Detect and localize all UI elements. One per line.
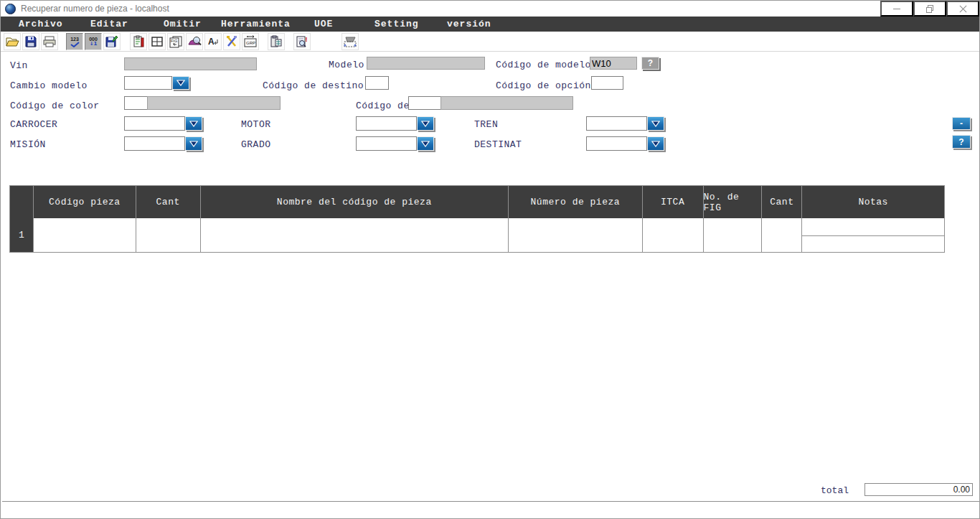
tren-input[interactable]: [586, 116, 647, 131]
chevron-down-icon: [421, 141, 430, 147]
svg-text:!: !: [306, 36, 308, 43]
mision-label: MISIÓN: [10, 139, 46, 150]
grado-input[interactable]: [356, 136, 417, 151]
group-icon: GRP: [243, 35, 258, 48]
doc-search-alert-button[interactable]: !: [293, 33, 311, 50]
tren-dropdown-button[interactable]: [647, 116, 664, 131]
menu-setting[interactable]: Setting: [374, 19, 419, 29]
verify-numbers-button[interactable]: 123: [66, 33, 83, 50]
row-number-cell[interactable]: 1: [10, 218, 34, 252]
print-icon: [42, 35, 57, 48]
collapse-button[interactable]: -: [952, 117, 971, 130]
cell-numero-pieza[interactable]: [509, 218, 643, 252]
restore-button[interactable]: [913, 1, 946, 17]
fig-pages-button[interactable]: FIG: [167, 33, 184, 50]
codigo-opcion-label: Código de opción: [496, 80, 591, 91]
minimize-icon: [893, 9, 900, 9]
table-row: 1: [10, 218, 944, 252]
svg-text:A: A: [208, 37, 215, 47]
cell-codigo-pieza[interactable]: [34, 218, 136, 252]
save-icon: [24, 35, 37, 48]
chevron-down-icon: [176, 80, 185, 86]
tools-button[interactable]: [223, 33, 240, 50]
menu-archivo[interactable]: Archivo: [19, 19, 63, 29]
header-itca: ITCA: [643, 186, 704, 218]
cell-notas: [802, 218, 944, 252]
grid-view-button[interactable]: [149, 33, 166, 50]
tools-icon: [225, 35, 239, 48]
close-button[interactable]: [946, 1, 979, 17]
cambio-modelo-dropdown-button[interactable]: [172, 76, 189, 90]
menu-version[interactable]: versión: [447, 19, 491, 29]
motor-input[interactable]: [356, 116, 417, 131]
window-controls: [880, 1, 979, 17]
tren-combobox: [586, 116, 665, 131]
header-notas: Notas: [802, 186, 944, 218]
chevron-down-icon: [651, 141, 660, 147]
text-insert-icon: A: [207, 35, 220, 48]
menu-omitir[interactable]: Omitir: [164, 19, 202, 29]
clipboard-alert-button[interactable]: [130, 33, 147, 50]
cell-notas-bottom[interactable]: [802, 236, 944, 252]
minimize-button[interactable]: [880, 1, 913, 17]
help-button[interactable]: ?: [952, 135, 971, 149]
codigo-color-code-input[interactable]: [124, 96, 148, 110]
destinat-input[interactable]: [586, 136, 647, 151]
header-nombre: Nombre del código de pieza: [201, 186, 509, 218]
cell-cant-1[interactable]: [136, 218, 201, 252]
grado-dropdown-button[interactable]: [417, 136, 434, 151]
selection-button[interactable]: [341, 33, 359, 50]
chevron-down-icon: [421, 121, 430, 127]
text-insert-button[interactable]: A: [204, 33, 222, 50]
selection-icon: [342, 35, 358, 48]
fig-pages-icon: FIG: [169, 35, 183, 48]
cambio-modelo-input[interactable]: [124, 76, 172, 90]
menu-editar[interactable]: Editar: [90, 19, 128, 29]
header-numero-pieza: Número de pieza: [509, 186, 643, 218]
clipboard-calc-button[interactable]: [268, 33, 285, 50]
clipboard-calc-icon: [270, 35, 283, 48]
menu-herramienta[interactable]: Herramienta: [221, 19, 291, 29]
modelo-field: [367, 57, 485, 70]
numbers-123-label: 123: [70, 37, 79, 42]
carrocer-label: CARROCER: [10, 119, 57, 130]
mision-combobox: [124, 136, 203, 151]
menu-uoe[interactable]: UOE: [314, 19, 333, 29]
cell-cant-2[interactable]: [762, 218, 802, 252]
print-button[interactable]: [41, 33, 58, 50]
cell-notas-top[interactable]: [802, 218, 944, 236]
motor-combobox: [356, 116, 435, 131]
carrocer-dropdown-button[interactable]: [185, 116, 202, 131]
search-vehicle-icon: [187, 35, 202, 48]
close-icon: [959, 5, 967, 13]
vin-field: [124, 57, 257, 70]
mision-input[interactable]: [124, 136, 185, 151]
cell-no-de-fig[interactable]: [704, 218, 763, 252]
chevron-down-icon: [189, 141, 198, 147]
codigo-de-label: Código de: [356, 100, 410, 111]
svg-text:FIG: FIG: [171, 39, 177, 43]
codigo-modelo-help-button[interactable]: ?: [641, 57, 659, 70]
cell-nombre[interactable]: [201, 218, 509, 252]
carrocer-input[interactable]: [124, 116, 185, 131]
codigo-de-code-input[interactable]: [408, 96, 441, 110]
search-vehicle-button[interactable]: [186, 33, 203, 50]
codigo-opcion-input[interactable]: [591, 76, 623, 90]
cell-itca[interactable]: [643, 218, 704, 252]
codigo-de-name-field: [440, 96, 573, 110]
codigo-color-label: Código de color: [10, 100, 100, 111]
codigo-modelo-field: [590, 57, 637, 70]
group-button[interactable]: GRP: [242, 33, 259, 50]
mision-dropdown-button[interactable]: [185, 136, 202, 151]
motor-dropdown-button[interactable]: [417, 116, 434, 131]
destinat-dropdown-button[interactable]: [647, 136, 664, 151]
open-button[interactable]: [4, 33, 21, 50]
globe-icon: [5, 4, 16, 14]
doc-search-alert-icon: !: [296, 35, 308, 48]
save-edit-button[interactable]: [103, 33, 121, 50]
codigo-destino-input[interactable]: [365, 76, 389, 90]
renumber-button[interactable]: 000 ↓1: [85, 33, 102, 50]
total-field: [864, 483, 973, 496]
save-button[interactable]: [22, 33, 39, 50]
vin-label: Vin: [10, 60, 28, 71]
